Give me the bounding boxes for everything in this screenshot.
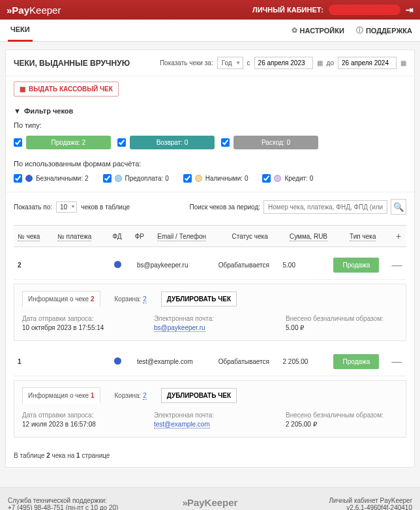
dot-icon <box>115 175 122 182</box>
issue-receipt-button[interactable]: ▦ ВЫДАТЬ КАССОВЫЙ ЧЕК <box>14 82 119 97</box>
col-num[interactable]: № чека <box>14 226 53 247</box>
col-pay[interactable]: № платежа <box>53 226 108 247</box>
cell-email: bs@paykeeper.ru <box>133 251 215 280</box>
date-from-input[interactable] <box>254 57 313 69</box>
detail-tab-cart[interactable]: Корзина: 2 <box>110 388 152 403</box>
brand-keeper: Keeper <box>29 5 61 16</box>
col-fd[interactable]: ФД <box>109 226 131 247</box>
fr-dot-icon <box>114 261 121 268</box>
row-detail: Информация о чеке 1 Корзина: 2 ДУБЛИРОВА… <box>14 380 406 438</box>
period-select[interactable]: Год <box>217 57 243 69</box>
type-sale-checkbox[interactable] <box>14 138 22 147</box>
cell-pay <box>46 348 87 376</box>
type-return-pill[interactable]: Возврат: 0 <box>130 136 215 149</box>
row-collapse-button[interactable]: — <box>387 251 406 280</box>
brand-pay: Pay <box>12 5 29 16</box>
pay-credit-checkbox[interactable] <box>262 174 271 183</box>
pay-cashless-checkbox[interactable] <box>14 174 22 183</box>
table-row: 1 test@example.com Обрабатывается 2 205.… <box>14 348 406 376</box>
receipts-table: № чека № платежа ФД ФР Email / Телефон С… <box>14 225 406 247</box>
detail-tab-info[interactable]: Информация о чеке 1 <box>22 387 100 404</box>
footer-legal: Личный кабинет PayKeeper v2.6.1-4960f4f-… <box>286 497 412 510</box>
top-nav: ЧЕКИ ✿НАСТРОЙКИ ⓘПОДДЕРЖКА <box>0 20 420 42</box>
fr-dot-icon <box>114 357 121 365</box>
chevrons-icon: » <box>7 5 10 16</box>
calendar-icon[interactable]: ▦ <box>317 59 323 67</box>
dot-icon <box>195 175 202 182</box>
app-header: » PayKeeper ЛИЧНЫЙ КАБИНЕТ: ⇥ <box>0 0 420 20</box>
cell-status: Обрабатывается <box>215 348 279 376</box>
email-link[interactable]: bs@paykeeper.ru <box>154 324 205 332</box>
table-controls: Показать по: 10 чеков в таблице Поиск че… <box>6 192 414 221</box>
detail-tab-info[interactable]: Информация о чеке 2 <box>22 291 100 307</box>
table-footer: В таблице 2 чека на 1 странице <box>6 444 414 467</box>
search-button[interactable]: 🔍 <box>391 199 406 215</box>
detail-tab-cart[interactable]: Корзина: 2 <box>110 292 152 307</box>
main-panel: ЧЕКИ, ВЫДАННЫЕ ВРУЧНУЮ Показать чеки за:… <box>5 50 415 468</box>
cell-fd <box>87 251 110 280</box>
cell-pay <box>46 251 87 280</box>
row-collapse-button[interactable]: — <box>387 348 406 376</box>
col-email[interactable]: Email / Телефон <box>153 226 228 247</box>
per-page-select[interactable]: 10 <box>56 202 77 213</box>
by-type-label: По типу: <box>6 117 414 132</box>
logout-icon[interactable]: ⇥ <box>406 5 413 15</box>
type-filter-row: Продажа: 2 Возврат: 0 Расход: 0 <box>6 132 414 156</box>
col-fr[interactable]: ФР <box>131 226 154 247</box>
pay-cash-checkbox[interactable] <box>183 174 192 183</box>
account-pill[interactable] <box>329 5 400 15</box>
chevrons-icon: » <box>183 497 186 508</box>
type-badge: Продажа <box>333 354 379 369</box>
by-payment-label: По использованным формам расчёта: <box>6 156 414 170</box>
qr-icon: ▦ <box>20 85 25 93</box>
range-label: Показать чеки за: <box>160 59 213 67</box>
search-icon: 🔍 <box>393 202 404 212</box>
payment-filter-row: Безналичными: 2 Предоплата: 0 Наличными:… <box>6 170 414 192</box>
page-title: ЧЕКИ, ВЫДАННЫЕ ВРУЧНУЮ <box>14 59 130 68</box>
col-type[interactable]: Тип чека <box>346 226 391 247</box>
type-sale-pill[interactable]: Продажа: 2 <box>26 136 111 149</box>
nav-support[interactable]: ⓘПОДДЕРЖКА <box>356 25 412 35</box>
type-return-checkbox[interactable] <box>117 138 126 147</box>
col-sum[interactable]: Сумма, RUB <box>286 226 346 247</box>
gear-icon: ✿ <box>292 26 297 35</box>
type-badge: Продажа <box>333 258 379 273</box>
info-icon: ⓘ <box>356 25 363 35</box>
type-expense-pill[interactable]: Расход: 0 <box>233 136 318 149</box>
filter-icon: ▼ <box>14 107 21 115</box>
search-label: Поиск чеков за период: <box>190 203 260 211</box>
type-expense-checkbox[interactable] <box>221 138 230 147</box>
date-range: Показать чеки за: Год с ▦ до ▦ <box>160 57 406 69</box>
calendar-icon[interactable]: ▦ <box>400 59 406 67</box>
expand-all-button[interactable]: + <box>391 226 406 247</box>
nav-settings[interactable]: ✿НАСТРОЙКИ <box>292 25 344 35</box>
dot-icon <box>274 175 281 182</box>
title-bar: ЧЕКИ, ВЫДАННЫЕ ВРУЧНУЮ Показать чеки за:… <box>6 50 414 76</box>
row-detail: Информация о чеке 2 Корзина: 2 ДУБЛИРОВА… <box>14 284 406 341</box>
cell-fd <box>87 348 110 376</box>
actions-row: ▦ ВЫДАТЬ КАССОВЫЙ ЧЕК <box>6 76 414 102</box>
page-footer: Служба технической поддержки: +7 (495) 9… <box>0 487 420 510</box>
cell-sum: 5.00 <box>279 251 330 280</box>
duplicate-button[interactable]: ДУБЛИРОВАТЬ ЧЕК <box>161 292 237 307</box>
cell-num: 1 <box>14 348 46 376</box>
cell-sum: 2 205.00 <box>279 348 330 376</box>
search-input[interactable] <box>263 200 387 214</box>
cell-email: test@example.com <box>133 348 215 376</box>
filter-heading: ▼ Фильтр чеков <box>6 102 414 117</box>
date-to-input[interactable] <box>338 57 397 69</box>
pay-prepay-checkbox[interactable] <box>103 174 112 183</box>
cabinet-label: ЛИЧНЫЙ КАБИНЕТ: <box>252 6 323 14</box>
dot-icon <box>25 175 33 182</box>
cell-status: Обрабатывается <box>215 251 279 280</box>
email-link[interactable]: test@example.com <box>154 421 210 428</box>
col-status[interactable]: Статус чека <box>228 226 286 247</box>
footer-support: Служба технической поддержки: +7 (495) 9… <box>8 497 134 510</box>
cell-num: 2 <box>14 251 46 280</box>
footer-brand: »PayKeeper платёжная платформа <box>147 497 273 510</box>
tab-cheki[interactable]: ЧЕКИ <box>8 20 33 42</box>
duplicate-button[interactable]: ДУБЛИРОВАТЬ ЧЕК <box>161 388 237 403</box>
brand-logo: » PayKeeper <box>7 5 61 16</box>
table-row: 2 bs@paykeeper.ru Обрабатывается 5.00 Пр… <box>14 251 406 280</box>
